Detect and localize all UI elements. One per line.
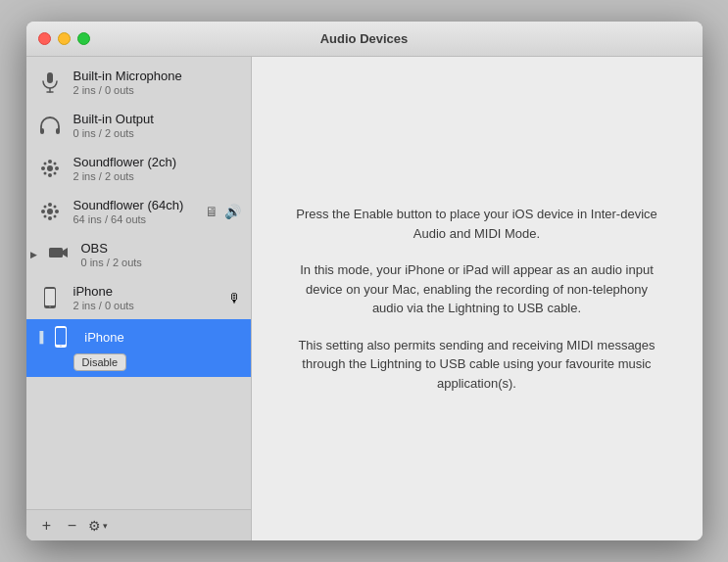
svg-rect-26 [45, 289, 55, 305]
window-title: Audio Devices [320, 31, 409, 46]
svg-point-20 [53, 206, 56, 209]
device-item-soundflower-2ch[interactable]: Soundflower (2ch) 2 ins / 2 outs [26, 147, 251, 190]
device-info: Soundflower (64ch) 64 ins / 64 outs [73, 198, 205, 225]
audio-devices-window: Audio Devices Built-in Mic [26, 22, 703, 540]
svg-point-30 [60, 345, 62, 347]
device-item-built-in-output[interactable]: Built-in Output 0 ins / 2 outs [26, 104, 251, 147]
device-name-selected: iPhone [84, 330, 240, 345]
device-actions: 🎙 [228, 291, 241, 305]
device-info: iPhone 2 ins / 0 outs [73, 284, 228, 311]
svg-rect-0 [47, 72, 53, 83]
svg-point-15 [48, 203, 52, 207]
svg-rect-29 [56, 328, 66, 345]
svg-point-27 [49, 305, 51, 307]
device-name: Soundflower (2ch) [73, 155, 241, 169]
device-info: Built-in Output 0 ins / 2 outs [73, 112, 241, 139]
traffic-lights [38, 32, 90, 45]
svg-marker-24 [63, 248, 68, 258]
device-io: 0 ins / 2 outs [81, 257, 241, 268]
sidebar: Built-in Microphone 2 ins / 0 outs [26, 57, 252, 540]
device-item-soundflower-64ch[interactable]: Soundflower (64ch) 64 ins / 64 outs 🖥 🔊 [26, 190, 251, 233]
device-info: Soundflower (2ch) 2 ins / 2 outs [73, 155, 241, 182]
device-item-iphone[interactable]: iPhone 2 ins / 0 outs 🎙 [26, 276, 251, 319]
microphone-icon [36, 69, 64, 96]
svg-rect-3 [40, 128, 44, 134]
device-info: Built-in Microphone 2 ins / 0 outs [73, 69, 241, 96]
svg-point-10 [43, 163, 46, 165]
info-paragraph-3: This setting also permits sending and re… [291, 336, 663, 394]
iphone-level-icon: ▐ [36, 331, 44, 343]
device-io: 2 ins / 0 outs [73, 84, 241, 96]
minimize-button[interactable] [58, 32, 71, 45]
device-io: 2 ins / 2 outs [73, 170, 241, 182]
svg-point-11 [53, 163, 56, 165]
svg-point-6 [48, 160, 52, 164]
device-io: 0 ins / 2 outs [73, 127, 241, 139]
svg-point-21 [43, 215, 46, 218]
svg-point-9 [55, 166, 59, 170]
disable-button-area: Disable [73, 352, 127, 371]
device-name: Built-in Output [73, 112, 241, 126]
soundflower-64-icon [36, 198, 64, 225]
svg-point-5 [47, 165, 53, 171]
mic-badge-icon: 🎙 [228, 291, 241, 305]
screen-icon: 🖥 [205, 204, 218, 219]
settings-chevron-icon: ▾ [103, 521, 108, 531]
iphone-icon [36, 284, 64, 311]
info-paragraph-1: Press the Enable button to place your iO… [291, 205, 663, 243]
expand-arrow-icon: ▶ [30, 250, 37, 259]
device-name: iPhone [73, 284, 228, 299]
svg-point-8 [41, 166, 45, 170]
device-name: OBS [81, 241, 241, 256]
svg-point-19 [43, 206, 46, 209]
svg-point-22 [53, 215, 56, 218]
speaker-badge-icon: 🔊 [224, 204, 241, 219]
svg-point-18 [55, 210, 59, 213]
device-item-obs[interactable]: ▶ OBS 0 ins / 2 outs [26, 233, 251, 276]
add-device-button[interactable]: + [36, 515, 58, 537]
iphone-selected-top: ▐ iPhone [36, 323, 241, 351]
headphones-icon [36, 112, 64, 139]
device-info-selected: iPhone [84, 330, 240, 345]
remove-device-button[interactable]: − [62, 515, 83, 537]
device-name: Built-in Microphone [73, 69, 241, 83]
device-list: Built-in Microphone 2 ins / 0 outs [26, 57, 251, 509]
close-button[interactable] [38, 32, 51, 45]
device-actions: 🖥 🔊 [205, 204, 241, 219]
device-io: 64 ins / 64 outs [73, 213, 205, 225]
svg-rect-23 [49, 248, 63, 258]
maximize-button[interactable] [77, 32, 90, 45]
svg-point-7 [48, 173, 52, 177]
sidebar-toolbar: + − ⚙ ▾ [26, 509, 251, 540]
gear-icon: ⚙ [88, 518, 101, 534]
device-name: Soundflower (64ch) [73, 198, 205, 212]
info-paragraph-2: In this mode, your iPhone or iPad will a… [291, 260, 663, 318]
svg-point-12 [43, 172, 46, 175]
device-item-iphone-selected[interactable]: ▐ iPhone Disable [26, 319, 251, 377]
svg-point-16 [48, 216, 52, 220]
svg-point-17 [41, 210, 45, 213]
svg-point-13 [53, 172, 56, 175]
content-area: Built-in Microphone 2 ins / 0 outs [26, 57, 703, 540]
main-panel: Press the Enable button to place your iO… [252, 57, 703, 540]
disable-button[interactable]: Disable [73, 353, 127, 371]
svg-point-14 [47, 209, 53, 214]
svg-rect-4 [56, 128, 60, 134]
device-info: OBS 0 ins / 2 outs [81, 241, 241, 268]
info-text: Press the Enable button to place your iO… [291, 205, 663, 393]
device-io: 2 ins / 0 outs [73, 300, 228, 311]
title-bar: Audio Devices [26, 22, 703, 57]
soundflower-icon [36, 155, 64, 182]
obs-icon [44, 241, 72, 268]
device-item-built-in-microphone[interactable]: Built-in Microphone 2 ins / 0 outs [26, 61, 251, 104]
settings-button[interactable]: ⚙ ▾ [87, 515, 109, 537]
iphone-selected-icon [47, 323, 74, 351]
